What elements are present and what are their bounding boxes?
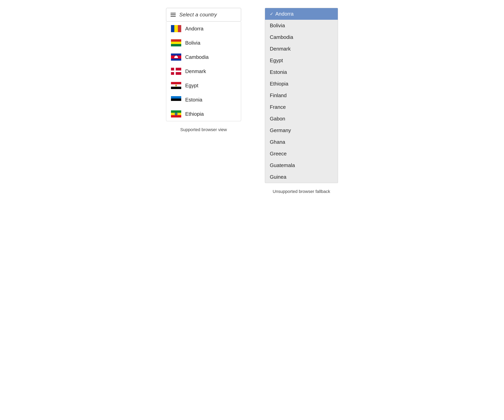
country-label: Egypt — [185, 82, 198, 89]
country-label: Ethiopia — [185, 111, 204, 117]
select-option-guinea[interactable]: Guinea — [265, 171, 338, 183]
list-item[interactable]: Bolivia — [166, 36, 241, 50]
country-label: Bolivia — [185, 40, 200, 46]
page-container: Select a country Andorra — [133, 8, 371, 194]
country-label: Cambodia — [185, 54, 209, 60]
country-label: Denmark — [185, 68, 206, 75]
custom-dropdown: Andorra Bolivia — [166, 22, 241, 121]
select-option-greece[interactable]: Greece — [265, 148, 338, 160]
select-option-estonia[interactable]: Estonia — [265, 66, 338, 78]
flag-estonia — [171, 96, 181, 103]
svg-rect-11 — [174, 57, 175, 58]
select-option-gabon[interactable]: Gabon — [265, 113, 338, 125]
svg-rect-12 — [177, 57, 178, 58]
list-item[interactable]: Andorra — [166, 22, 241, 36]
svg-rect-21 — [175, 85, 177, 86]
svg-rect-3 — [171, 39, 181, 42]
svg-rect-24 — [171, 101, 181, 103]
svg-rect-27 — [171, 115, 181, 117]
dropdown-scroll-area[interactable]: Andorra Bolivia — [166, 22, 241, 121]
right-panel: Andorra Bolivia Cambodia Denmark Egypt E… — [265, 8, 338, 194]
svg-rect-22 — [171, 96, 181, 99]
custom-select-trigger[interactable]: Select a country — [166, 8, 241, 22]
flag-ethiopia — [171, 110, 181, 117]
svg-rect-4 — [171, 42, 181, 44]
svg-rect-1 — [174, 25, 178, 32]
svg-rect-6 — [171, 53, 181, 55]
select-option-finland[interactable]: Finland — [265, 90, 338, 101]
select-list[interactable]: Andorra Bolivia Cambodia Denmark Egypt E… — [265, 8, 338, 183]
svg-rect-0 — [171, 25, 174, 32]
select-option-bolivia[interactable]: Bolivia — [265, 20, 338, 31]
list-item[interactable]: Cambodia — [166, 50, 241, 64]
select-option-andorra[interactable]: Andorra — [265, 8, 338, 20]
select-option-denmark[interactable]: Denmark — [265, 43, 338, 55]
hamburger-icon — [171, 13, 176, 17]
flag-andorra — [171, 25, 181, 32]
flag-denmark — [171, 68, 181, 75]
list-item[interactable]: Denmark — [166, 64, 241, 78]
svg-rect-20 — [171, 87, 181, 89]
flag-cambodia — [171, 53, 181, 61]
native-select-wrapper: Andorra Bolivia Cambodia Denmark Egypt E… — [265, 8, 338, 183]
select-option-france[interactable]: France — [265, 101, 338, 113]
country-label: Estonia — [185, 97, 202, 103]
svg-rect-16 — [171, 70, 181, 72]
list-item[interactable]: Estonia — [166, 93, 241, 107]
flag-bolivia — [171, 39, 181, 47]
select-option-egypt[interactable]: Egypt — [265, 55, 338, 66]
svg-rect-14 — [177, 56, 178, 57]
left-caption: Supported browser view — [180, 127, 227, 132]
svg-rect-17 — [174, 68, 176, 75]
country-label: Andorra — [185, 26, 204, 32]
select-option-guatemala[interactable]: Guatemala — [265, 160, 338, 171]
svg-rect-8 — [171, 59, 181, 61]
svg-rect-5 — [171, 44, 181, 47]
svg-rect-18 — [171, 82, 181, 84]
custom-select-wrapper: Select a country Andorra — [166, 8, 241, 121]
flag-egypt — [171, 82, 181, 89]
svg-rect-13 — [175, 56, 175, 57]
select-option-ethiopia[interactable]: Ethiopia — [265, 78, 338, 90]
right-caption: Unsupported browser fallback — [273, 189, 330, 194]
svg-rect-10 — [176, 55, 176, 56]
list-item[interactable]: Ethiopia — [166, 107, 241, 121]
select-option-cambodia[interactable]: Cambodia — [265, 31, 338, 43]
select-option-ghana[interactable]: Ghana — [265, 136, 338, 148]
svg-rect-25 — [171, 110, 181, 113]
list-item[interactable]: Egypt — [166, 78, 241, 93]
select-option-germany[interactable]: Germany — [265, 125, 338, 136]
svg-rect-2 — [178, 25, 181, 32]
svg-rect-23 — [171, 99, 181, 101]
left-panel: Select a country Andorra — [166, 8, 241, 132]
trigger-label: Select a country — [179, 12, 217, 18]
